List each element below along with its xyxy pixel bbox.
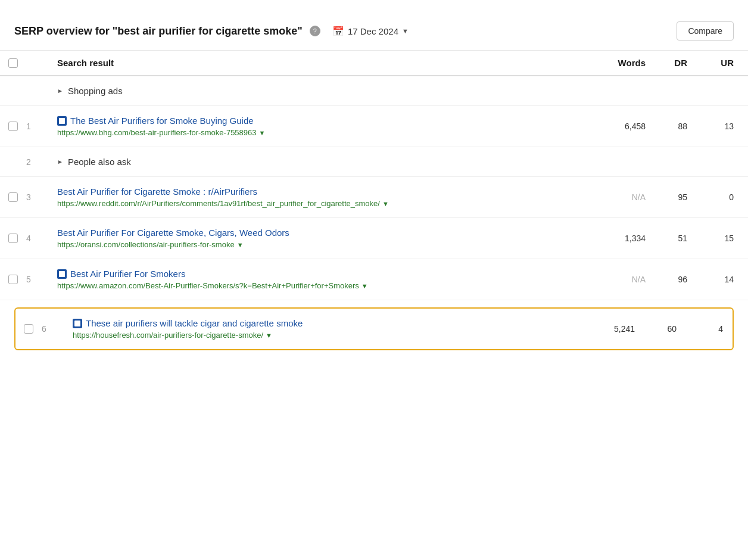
date-label: 17 Dec 2024 bbox=[348, 26, 398, 36]
row-1-title-link[interactable]: The Best Air Purifiers for Smoke Buying … bbox=[57, 116, 597, 126]
row-3-title-link[interactable]: Best Air Purifier for Cigarette Smoke : … bbox=[57, 186, 597, 197]
row-5-ur: 14 bbox=[692, 275, 734, 284]
svg-rect-2 bbox=[74, 321, 80, 326]
shopping-ads-label: Shopping ads bbox=[68, 86, 123, 96]
row-2-num: 2 bbox=[26, 157, 52, 167]
svg-rect-0 bbox=[59, 118, 65, 124]
help-icon[interactable]: ? bbox=[310, 26, 320, 36]
row-6-dr: 60 bbox=[640, 324, 681, 334]
row-5-checkbox[interactable] bbox=[8, 275, 18, 284]
row-5-words: N/A bbox=[597, 275, 650, 284]
calendar-icon: 📅 bbox=[332, 26, 344, 37]
col-dr: DR bbox=[650, 58, 692, 68]
table-row-highlighted: 6 These air purifiers will tackle cigar … bbox=[14, 307, 734, 350]
select-all-checkbox[interactable] bbox=[8, 58, 18, 68]
row-3-url-chevron-icon: ▼ bbox=[382, 200, 389, 207]
row-1-favicon bbox=[57, 116, 67, 126]
triangle-icon: ► bbox=[57, 158, 63, 165]
compare-button[interactable]: Compare bbox=[677, 21, 734, 41]
row-1-url-chevron-icon: ▼ bbox=[259, 129, 266, 136]
row-5-url[interactable]: https://www.amazon.com/Best-Air-Purifier… bbox=[57, 281, 359, 290]
shopping-ads-row: ► Shopping ads bbox=[0, 76, 748, 106]
row-1-words: 6,458 bbox=[597, 122, 650, 131]
people-also-ask-expand[interactable]: ► People also ask bbox=[57, 157, 734, 167]
row-3-checkbox[interactable] bbox=[8, 192, 18, 202]
row-3-url[interactable]: https://www.reddit.com/r/AirPurifiers/co… bbox=[57, 199, 380, 208]
row-6-ur: 4 bbox=[681, 324, 723, 334]
table-row: 1 The Best Air Purifiers for Smoke Buyin… bbox=[0, 106, 748, 147]
row-3-num: 3 bbox=[26, 192, 52, 202]
page-title: SERP overview for "best air purifier for… bbox=[14, 25, 303, 38]
row-5-num: 5 bbox=[26, 275, 52, 284]
table-row: 5 Best Air Purifier For Smokers https://… bbox=[0, 259, 748, 300]
col-words: Words bbox=[597, 58, 650, 68]
row-1-dr: 88 bbox=[650, 122, 692, 131]
row-5-dr: 96 bbox=[650, 275, 692, 284]
triangle-icon: ► bbox=[57, 88, 63, 94]
shopping-ads-expand[interactable]: ► Shopping ads bbox=[57, 86, 734, 96]
row-1-title: The Best Air Purifiers for Smoke Buying … bbox=[70, 116, 254, 126]
row-1-ur: 13 bbox=[692, 122, 734, 131]
row-1-num: 1 bbox=[26, 122, 52, 131]
row-3-title: Best Air Purifier for Cigarette Smoke : … bbox=[57, 186, 257, 197]
col-search-result: Search result bbox=[52, 58, 597, 68]
row-6-title-link[interactable]: These air purifiers will tackle cigar an… bbox=[73, 318, 586, 328]
row-6-url[interactable]: https://housefresh.com/air-purifiers-for… bbox=[73, 331, 263, 340]
row-6-checkbox[interactable] bbox=[24, 324, 33, 334]
row-4-num: 4 bbox=[26, 234, 52, 243]
row-3-words: N/A bbox=[597, 192, 650, 202]
svg-rect-1 bbox=[59, 271, 65, 277]
row-6-url-chevron-icon: ▼ bbox=[266, 332, 272, 339]
row-6-title: These air purifiers will tackle cigar an… bbox=[86, 318, 303, 328]
row-3-ur: 0 bbox=[692, 192, 734, 202]
row-4-url[interactable]: https://oransi.com/collections/air-purif… bbox=[57, 240, 235, 249]
row-4-dr: 51 bbox=[650, 234, 692, 243]
date-chevron-icon: ▼ bbox=[402, 27, 409, 35]
row-5-title: Best Air Purifier For Smokers bbox=[70, 269, 185, 279]
table-header: Search result Words DR UR bbox=[0, 51, 748, 76]
people-also-ask-row: 2 ► People also ask bbox=[0, 147, 748, 177]
row-5-favicon bbox=[57, 269, 67, 279]
row-1-url[interactable]: https://www.bhg.com/best-air-purifiers-f… bbox=[57, 128, 257, 137]
people-also-ask-label: People also ask bbox=[68, 157, 131, 167]
row-3-dr: 95 bbox=[650, 192, 692, 202]
row-6-words: 5,241 bbox=[586, 324, 640, 334]
row-6-favicon bbox=[73, 319, 82, 328]
row-4-checkbox[interactable] bbox=[8, 234, 18, 243]
table-row: 4 Best Air Purifier For Cigarette Smoke,… bbox=[0, 218, 748, 259]
row-4-title-link[interactable]: Best Air Purifier For Cigarette Smoke, C… bbox=[57, 228, 597, 238]
row-5-title-link[interactable]: Best Air Purifier For Smokers bbox=[57, 269, 597, 279]
row-4-ur: 15 bbox=[692, 234, 734, 243]
row-6-num: 6 bbox=[42, 324, 68, 334]
row-5-url-chevron-icon: ▼ bbox=[361, 282, 368, 290]
row-4-title: Best Air Purifier For Cigarette Smoke, C… bbox=[57, 228, 289, 238]
col-ur: UR bbox=[692, 58, 734, 68]
row-1-checkbox[interactable] bbox=[8, 122, 18, 131]
row-4-url-chevron-icon: ▼ bbox=[237, 241, 244, 248]
row-4-words: 1,334 bbox=[597, 234, 650, 243]
date-selector[interactable]: 📅 17 Dec 2024 ▼ bbox=[332, 26, 409, 37]
table-row: 3 Best Air Purifier for Cigarette Smoke … bbox=[0, 177, 748, 218]
